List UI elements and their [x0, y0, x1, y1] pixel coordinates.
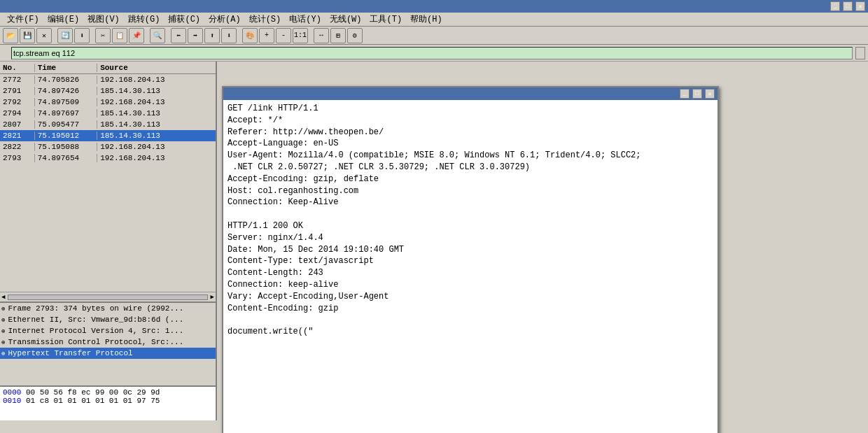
expand-icon[interactable]: ⊕ [1, 305, 5, 313]
stream-line: Referer: http://www.theopen.be/ [227, 127, 713, 139]
filter-bar [0, 45, 868, 62]
filter-input[interactable] [11, 47, 853, 59]
packet-row[interactable]: 2807 75.095477 185.14.30.113 [0, 119, 216, 130]
tb-zoom-out[interactable]: - [276, 28, 291, 43]
stream-maximize-button[interactable]: □ [692, 89, 702, 99]
tb-prev[interactable]: ⬅ [171, 28, 186, 43]
tb-zoom-in[interactable]: + [259, 28, 274, 43]
packet-row[interactable]: 2822 75.195088 192.168.204.13 [0, 141, 216, 152]
tb-layout[interactable]: ⊞ [330, 28, 346, 43]
col-header-source: Source [97, 64, 216, 72]
toolbar: 📂 💾 ✕ 🔄 ⬇ ✂ 📋 📌 🔍 ⬅ ➡ ⬆ ⬇ 🎨 + - 1:1 ↔ ⊞ … [0, 27, 868, 45]
detail-row-ip[interactable]: ⊕ Internet Protocol Version 4, Src: 1... [0, 325, 216, 336]
detail-section: ⊕ Frame 2793: 374 bytes on wire (2992...… [0, 301, 216, 385]
minimize-button[interactable]: _ [830, 1, 840, 11]
tb-down[interactable]: ⬇ [74, 28, 90, 43]
stream-content[interactable]: GET /link HTTP/1.1 Accept: */* Referer: … [223, 100, 718, 433]
filter-label [3, 52, 8, 54]
expand-icon[interactable]: ⊕ [1, 327, 5, 335]
menu-wireless[interactable]: 无线(W) [326, 13, 366, 26]
detail-row-frame[interactable]: ⊕ Frame 2793: 374 bytes on wire (2992... [0, 303, 216, 314]
tb-cut[interactable]: ✂ [95, 28, 111, 43]
stream-line: Server: nginx/1.4.4 [227, 232, 713, 244]
expand-icon[interactable]: ⊕ [1, 350, 5, 357]
tb-find[interactable]: 🔍 [150, 28, 165, 43]
stream-line: Content-Length: 243 [227, 267, 713, 279]
menu-analyze[interactable]: 分析(A) [204, 13, 245, 26]
stream-line [227, 314, 713, 326]
filter-apply-button[interactable] [855, 47, 865, 59]
menu-bar: 文件(F) 编辑(E) 视图(V) 跳转(G) 捕获(C) 分析(A) 统计(S… [0, 13, 868, 27]
packet-row[interactable]: 2794 74.897697 185.14.30.113 [0, 108, 216, 119]
tb-copy[interactable]: 📋 [112, 28, 127, 43]
stream-line: Content-Type: text/javascript [227, 255, 713, 267]
stream-title-bar: _ □ ✕ [223, 87, 718, 100]
col-header-time: Time [35, 64, 97, 72]
stream-line [227, 208, 713, 220]
tb-dn[interactable]: ⬇ [221, 28, 237, 43]
tb-resize[interactable]: ↔ [314, 28, 329, 43]
stream-line: GET /link HTTP/1.1 [227, 103, 713, 115]
stream-line: Connection: keep-alive [227, 279, 713, 291]
tb-reload[interactable]: 🔄 [57, 28, 73, 43]
menu-stats[interactable]: 统计(S) [245, 13, 286, 26]
stream-line: Date: Mon, 15 Dec 2014 19:10:40 GMT [227, 244, 713, 256]
menu-tools[interactable]: 工具(T) [365, 13, 406, 26]
close-button[interactable]: ✕ [855, 1, 865, 11]
hex-row: 0010 01 c8 01 01 01 01 01 01 97 75 [3, 397, 213, 405]
stream-line: Vary: Accept-Encoding,User-Agent [227, 291, 713, 303]
detail-row-http[interactable]: ⊕ Hypertext Transfer Protocol [0, 348, 216, 359]
stream-line: Accept-Encoding: gzip, deflate [227, 173, 713, 185]
scroll-right-btn[interactable]: ▶ [209, 293, 216, 301]
detail-row-ethernet[interactable]: ⊕ Ethernet II, Src: Vmware_9d:b8:6d (... [0, 314, 216, 325]
packet-row[interactable]: 2793 74.897654 192.168.204.13 [0, 152, 216, 164]
tb-open[interactable]: 📂 [3, 28, 18, 43]
expand-icon[interactable]: ⊕ [1, 339, 5, 346]
tb-close[interactable]: ✕ [36, 28, 52, 43]
scroll-left-btn[interactable]: ◀ [0, 293, 6, 301]
tb-next[interactable]: ➡ [188, 28, 203, 43]
stream-follow-window: _ □ ✕ GET /link HTTP/1.1 Accept: */* Ref… [222, 86, 719, 433]
packet-list-header: No. Time Source [0, 62, 216, 74]
stream-line: .NET CLR 2.0.50727; .NET CLR 3.5.30729; … [227, 162, 713, 173]
menu-go[interactable]: 跳转(G) [124, 13, 164, 26]
menu-help[interactable]: 帮助(H) [406, 13, 447, 26]
stream-line: User-Agent: Mozilla/4.0 (compatible; MSI… [227, 150, 713, 162]
packet-rows: 2772 74.705826 192.168.204.13 2791 74.89… [0, 74, 216, 292]
tb-zoom-reset[interactable]: 1:1 [293, 28, 308, 43]
h-scroll-bar[interactable]: ◀ ▶ [0, 292, 216, 301]
stream-line: Accept-Language: en-US [227, 138, 713, 150]
tb-up[interactable]: ⬆ [204, 28, 220, 43]
tb-colorize[interactable]: 🎨 [242, 28, 258, 43]
tb-settings[interactable]: ⚙ [347, 28, 363, 43]
packet-row-selected[interactable]: 2821 75.195012 185.14.30.113 [0, 130, 216, 141]
main-title-bar: _ □ ✕ [0, 0, 868, 13]
stream-line: HTTP/1.1 200 OK [227, 220, 713, 232]
menu-phone[interactable]: 电话(Y) [285, 13, 326, 26]
packet-row[interactable]: 2772 74.705826 192.168.204.13 [0, 74, 216, 85]
hex-row: 0000 00 50 56 f8 ec 99 00 0c 29 9d [3, 388, 213, 397]
stream-line: Accept: */* [227, 115, 713, 127]
menu-file[interactable]: 文件(F) [3, 13, 43, 26]
stream-line-iframe: document.write((" <div class="stream-lin… [227, 326, 713, 338]
expand-icon[interactable]: ⊕ [1, 316, 5, 324]
stream-close-button[interactable]: ✕ [705, 89, 715, 99]
stream-line: Connection: Keep-Alive [227, 197, 713, 208]
menu-capture[interactable]: 捕获(C) [164, 13, 204, 26]
detail-row-tcp[interactable]: ⊕ Transmission Control Protocol, Src:... [0, 336, 216, 348]
maximize-button[interactable]: □ [843, 1, 853, 11]
packet-row[interactable]: 2791 74.897426 185.14.30.113 [0, 85, 216, 97]
packet-row[interactable]: 2792 74.897509 192.168.204.13 [0, 97, 216, 108]
stream-line: Content-Encoding: gzip [227, 303, 713, 315]
hex-dump: 0000 00 50 56 f8 ec 99 00 0c 29 9d 0010 … [0, 385, 216, 420]
stream-minimize-button[interactable]: _ [680, 89, 690, 99]
col-header-no: No. [0, 64, 35, 72]
menu-edit[interactable]: 编辑(E) [43, 13, 84, 26]
tb-save[interactable]: 💾 [20, 28, 35, 43]
tb-paste[interactable]: 📌 [129, 28, 144, 43]
stream-line: Host: col.reganhosting.com [227, 185, 713, 197]
menu-view[interactable]: 视图(V) [83, 13, 124, 26]
